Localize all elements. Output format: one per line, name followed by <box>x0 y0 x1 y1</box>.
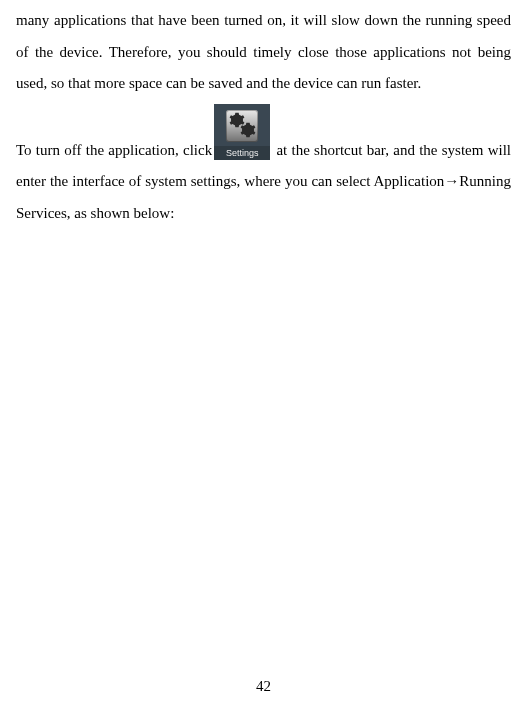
gear-icon <box>240 122 256 138</box>
paragraph-2: To turn off the application, click Setti… <box>16 104 511 230</box>
para2-pre-text: To turn off the application, click <box>16 142 212 158</box>
page-number: 42 <box>0 678 527 695</box>
settings-icon: Settings <box>214 104 270 160</box>
paragraph-1: many applications that have been turned … <box>16 5 511 100</box>
settings-icon-label: Settings <box>214 146 270 160</box>
